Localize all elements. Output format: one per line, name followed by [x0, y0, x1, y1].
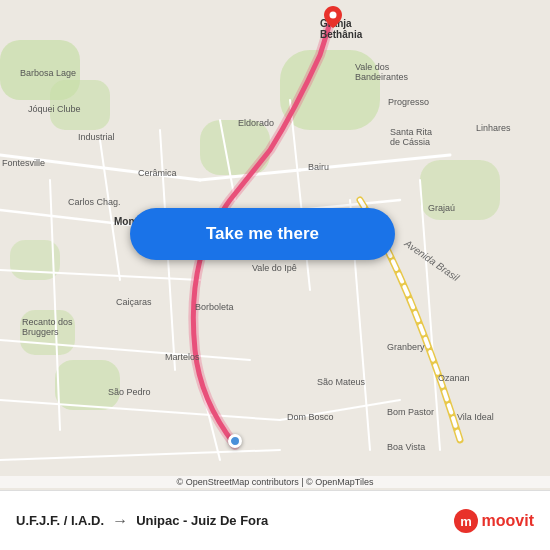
route-from: U.F.J.F. / I.A.D.: [16, 513, 104, 528]
route-to: Unipac - Juiz De Fora: [136, 513, 268, 528]
green-area: [420, 160, 500, 220]
green-area: [200, 120, 270, 175]
destination-pin: [324, 6, 342, 28]
green-area: [280, 50, 380, 130]
moovit-text: moovit: [482, 512, 534, 530]
bottom-bar: U.F.J.F. / I.A.D. → Unipac - Juiz De For…: [0, 490, 550, 550]
origin-pin: [228, 434, 242, 448]
take-me-there-button[interactable]: Take me there: [130, 208, 395, 260]
svg-point-19: [330, 12, 337, 19]
green-area: [50, 80, 110, 130]
map-attribution: © OpenStreetMap contributors | © OpenMap…: [0, 476, 550, 488]
moovit-logo: m moovit: [454, 509, 534, 533]
route-arrow: →: [112, 512, 128, 530]
moovit-icon: m: [454, 509, 478, 533]
green-area: [10, 240, 60, 280]
green-area: [20, 310, 75, 355]
svg-text:m: m: [460, 514, 472, 529]
green-area: [55, 360, 120, 410]
map-container: GranjaBethânia Vale dosBandeirantes Barb…: [0, 0, 550, 490]
